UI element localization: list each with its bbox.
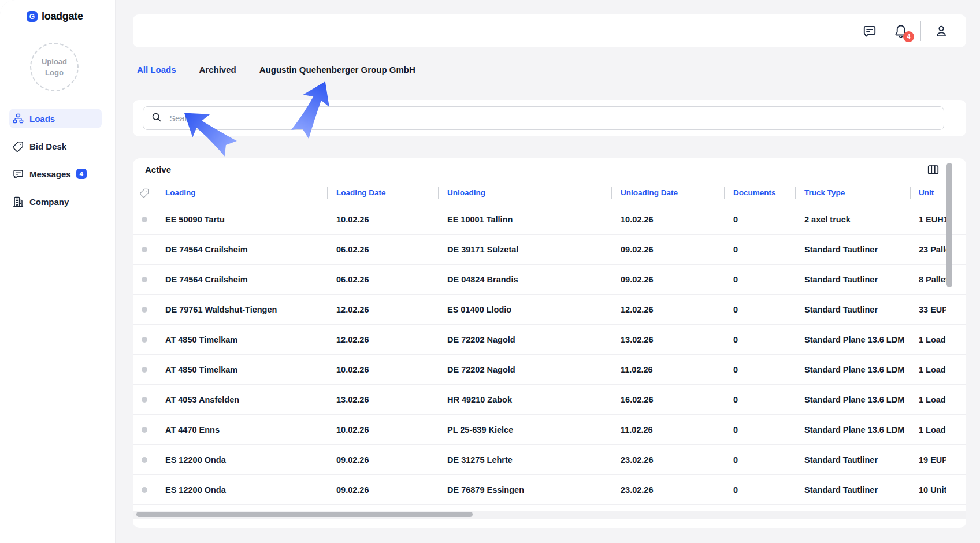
cell-documents: 0 [724,335,795,344]
sidebar: G loadgate Upload Logo Loads [0,0,116,543]
cell-unloading-date: 23.02.26 [611,455,724,464]
cell-unloading: ES 01400 Llodio [438,305,611,314]
search-input[interactable] [168,107,944,129]
brand: G loadgate [27,10,83,23]
search-box[interactable] [143,106,944,130]
search-icon [151,111,162,125]
cell-unloading: DE 39171 Sülzetal [438,245,611,254]
cell-loading: DE 79761 Waldshut-Tiengen [156,305,327,314]
cell-unloading-date: 09.02.26 [611,245,724,254]
chat-bubble-icon[interactable] [862,24,877,39]
cell-truck-type: Standard Tautliner [795,245,910,254]
cell-unloading: HR 49210 Zabok [438,395,611,404]
cell-unloading: DE 76879 Essingen [438,485,611,494]
cell-truck-type: Standard Plane 13.6 LDM [795,395,910,404]
sidebar-item-bid-desk[interactable]: Bid Desk [9,136,102,156]
person-icon[interactable] [934,24,949,39]
table-title: Active [145,165,171,174]
horizontal-scrollbar-track [133,511,966,519]
column-header-loading[interactable]: Loading [156,188,327,197]
table-row[interactable]: AT 4053 Ansfelden 13.02.26 HR 49210 Zabo… [133,385,966,415]
table-row[interactable]: ES 12200 Onda 09.02.26 DE 76879 Essingen… [133,475,966,505]
cell-truck-type: Standard Tautliner [795,485,910,494]
status-dot [142,307,147,313]
table-row[interactable]: EE 50090 Tartu 10.02.26 EE 10001 Tallinn… [133,204,966,235]
cell-unloading-date: 23.02.26 [611,485,724,494]
column-header-unloading-date[interactable]: Unloading Date [611,188,724,197]
table-row[interactable]: AT 4850 Timelkam 10.02.26 DE 72202 Nagol… [133,355,966,385]
cell-unloading: DE 04824 Brandis [438,275,611,284]
sidebar-item-loads[interactable]: Loads [9,109,102,128]
brand-name: loadgate [42,10,83,23]
cell-truck-type: Standard Plane 13.6 LDM [795,335,910,344]
status-dot [142,247,147,252]
cell-loading-date: 10.02.26 [327,365,438,374]
columns-icon[interactable] [927,163,940,176]
cell-truck-type: Standard Tautliner [795,305,910,314]
horizontal-scrollbar-thumb[interactable] [136,512,473,517]
cell-truck-type: Standard Plane 13.6 LDM [795,425,910,434]
sidebar-item-company[interactable]: Company [9,192,102,211]
vertical-scrollbar-thumb[interactable] [946,163,952,287]
status-dot [142,367,147,373]
cell-documents: 0 [724,245,795,254]
loads-table-card: Active Loading Loading Date Unloading Un… [133,158,966,528]
cell-unloading: EE 10001 Tallinn [438,215,611,224]
app-page: G loadgate Upload Logo Loads [0,0,980,543]
search-card [133,100,966,136]
sidebar-item-messages[interactable]: Messages 4 [9,164,102,184]
cell-documents: 0 [724,455,795,464]
cell-loading: AT 4470 Enns [156,425,327,434]
status-dot [142,427,147,433]
tab-company-name[interactable]: Augustin Quehenberger Group GmbH [259,65,415,75]
cell-loading: AT 4850 Timelkam [156,335,327,344]
tag-column-header[interactable] [133,188,156,198]
status-dot-cell [133,487,156,493]
table-row[interactable]: DE 79761 Waldshut-Tiengen 12.02.26 ES 01… [133,295,966,325]
tab-all-loads[interactable]: All Loads [137,65,176,75]
table-body: EE 50090 Tartu 10.02.26 EE 10001 Tallinn… [133,204,966,505]
cell-documents: 0 [724,425,795,434]
column-header-truck-type[interactable]: Truck Type [795,188,910,197]
cell-loading-date: 12.02.26 [327,305,438,314]
sidebar-item-label: Messages [29,169,71,179]
status-dot-cell [133,427,156,433]
cell-unloading: DE 72202 Nagold [438,365,611,374]
upload-logo-label-line2: Logo [45,68,64,77]
cell-truck-type: Standard Tautliner [795,275,910,284]
cell-unloading: DE 72202 Nagold [438,335,611,344]
cell-unit: 1 EUH1 [910,215,946,224]
column-header-unit[interactable]: Unit [910,188,946,197]
cell-unit: 33 EUP [910,305,946,314]
tab-archived[interactable]: Archived [199,65,236,75]
bell-icon[interactable]: 4 [893,24,908,39]
status-dot [142,277,147,282]
cell-unit: 8 Pallet [910,275,946,284]
table-row[interactable]: DE 74564 Crailsheim 06.02.26 DE 04824 Br… [133,265,966,295]
cell-loading-date: 06.02.26 [327,275,438,284]
column-header-unloading[interactable]: Unloading [438,188,611,197]
notification-count-badge: 4 [903,31,914,42]
upload-logo-label-line1: Upload [42,57,67,66]
table-row[interactable]: AT 4850 Timelkam 12.02.26 DE 72202 Nagol… [133,325,966,355]
cell-unloading-date: 11.02.26 [611,365,724,374]
topbar: 4 [133,14,966,47]
table-row[interactable]: ES 12200 Onda 09.02.26 DE 31275 Lehrte 2… [133,445,966,475]
cell-loading-date: 09.02.26 [327,455,438,464]
table-row[interactable]: DE 74564 Crailsheim 06.02.26 DE 39171 Sü… [133,235,966,265]
messages-count-badge: 4 [76,169,87,179]
cell-loading-date: 13.02.26 [327,395,438,404]
column-header-loading-date[interactable]: Loading Date [327,188,438,197]
status-dot-cell [133,367,156,373]
status-dot-cell [133,337,156,343]
table-row[interactable]: AT 4470 Enns 10.02.26 PL 25-639 Kielce 1… [133,415,966,445]
cell-unit: 1 Load [910,425,946,434]
tag-icon [12,140,24,153]
status-dot [142,487,147,493]
status-dot-cell [133,397,156,403]
cell-loading-date: 10.02.26 [327,425,438,434]
table-title-row: Active [133,158,966,181]
column-header-documents[interactable]: Documents [724,188,795,197]
cell-documents: 0 [724,395,795,404]
upload-logo-dropzone[interactable]: Upload Logo [30,43,79,91]
